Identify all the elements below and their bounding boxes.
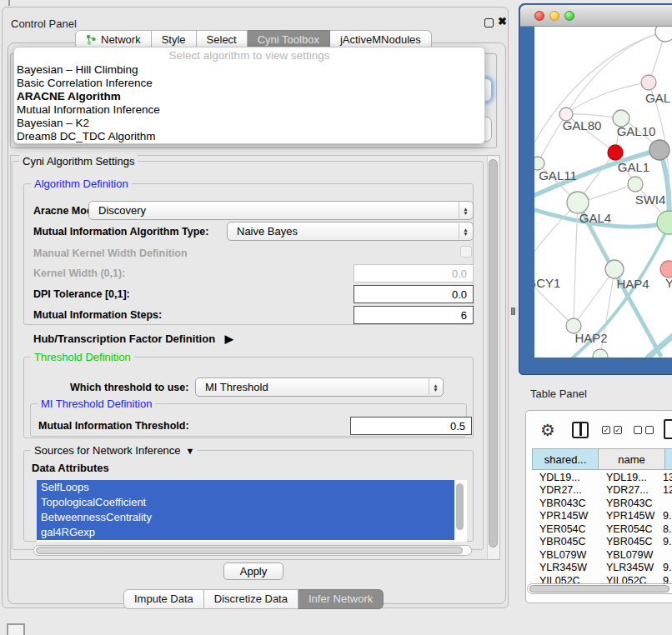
checked-checkbox-icon[interactable]: ✓ <box>602 426 610 434</box>
network-node[interactable] <box>649 140 669 160</box>
table-cell: 12 <box>655 484 672 496</box>
attribute-list-item[interactable]: SelfLoops <box>37 480 454 495</box>
close-traffic-light[interactable] <box>534 11 544 21</box>
tab-select-label: Select <box>207 33 237 46</box>
algorithm-option[interactable]: Bayesian – K2 <box>14 117 484 130</box>
network-view-window: GALGAL80GAL10GAL1GAL11GAL4SWI4GCY1HAP4YH… <box>519 3 672 375</box>
table-row[interactable]: YBL079WYBL079W <box>532 548 672 562</box>
attributes-scrollbar-thumb[interactable] <box>456 483 464 530</box>
mi-steps-field[interactable]: 6 <box>354 306 474 324</box>
network-node[interactable] <box>593 349 608 358</box>
minimized-panel-icon[interactable] <box>7 623 25 635</box>
tab-style-label: Style <box>162 33 186 46</box>
algorithm-dropdown-popup: Select algorithm to view settings Bayesi… <box>13 47 485 144</box>
attribute-list-item[interactable]: gal4RGexp <box>37 525 454 540</box>
algorithm-option[interactable]: Bayesian – Hill Climbing <box>14 63 484 77</box>
settings-horizontal-scrollbar[interactable] <box>33 545 472 556</box>
window-edge-stub <box>8 0 10 6</box>
table-row[interactable]: YER054CYER054C8. <box>532 522 672 536</box>
network-node-label: Y <box>665 276 672 290</box>
network-node[interactable] <box>605 260 624 278</box>
table-horizontal-scrollbar-thumb[interactable] <box>529 585 669 592</box>
mi-type-combobox[interactable]: Naive Bayes ▲▼ <box>227 222 474 241</box>
stepper-arrows-icon: ▲▼ <box>459 202 472 218</box>
network-node-label: SWI4 <box>635 192 666 207</box>
attribute-list-item[interactable]: BetweennessCentrality <box>37 510 454 525</box>
table-cell: YBR045C <box>599 536 655 548</box>
table-horizontal-scrollbar[interactable] <box>527 583 672 594</box>
network-node[interactable] <box>657 211 672 234</box>
network-node-label: GAL4 <box>579 211 611 225</box>
splitpane-divider-grip[interactable] <box>511 308 515 315</box>
unchecked-checkbox-icon[interactable] <box>634 426 642 434</box>
table-column-header[interactable] <box>665 448 672 470</box>
gear-icon[interactable]: ⚙ <box>540 420 555 440</box>
table-cell: YPR145W <box>532 510 599 522</box>
network-node[interactable] <box>608 145 623 160</box>
network-window-titlebar[interactable] <box>520 5 672 27</box>
tab-discretize-data-label: Discretize Data <box>214 592 288 605</box>
table-cell: YBR043C <box>532 498 599 509</box>
collapsed-arrow-icon: ▶ <box>225 332 233 345</box>
mi-type-value: Naive Bayes <box>237 225 298 238</box>
table-cell: YDL19... <box>532 472 599 483</box>
table-row[interactable]: YLR345WYLR345W9. <box>532 562 672 575</box>
attribute-list-item[interactable]: TopologicalCoefficient <box>37 495 454 510</box>
settings-vertical-scrollbar-thumb[interactable] <box>489 159 498 548</box>
table-row[interactable]: YDL19...YDL19...13 <box>532 471 672 484</box>
algorithm-option[interactable]: Basic Correlation Inference <box>14 77 484 90</box>
network-node[interactable] <box>641 75 656 90</box>
algorithm-option[interactable]: Mutual Information Inference <box>14 103 484 117</box>
algorithm-option[interactable]: ARACNE Algorithm <box>14 90 484 103</box>
mi-type-label: Mutual Information Algorithm Type: <box>33 226 208 238</box>
table-row[interactable]: YBR043CYBR043C <box>532 497 672 510</box>
float-window-icon[interactable] <box>484 18 494 28</box>
document-icon[interactable] <box>664 419 672 439</box>
table-row[interactable]: YPR145WYPR145W9. <box>532 510 672 523</box>
cyni-algorithm-settings-title: Cyni Algorithm Settings <box>19 155 138 168</box>
tab-jactivemnodules-label: jActiveMNodules <box>340 33 421 46</box>
table-panel-title: Table Panel <box>530 388 587 400</box>
network-edge[interactable] <box>574 269 614 326</box>
split-columns-icon[interactable] <box>572 422 589 438</box>
tab-infer-network[interactable]: Infer Network <box>298 589 384 609</box>
table-column-header[interactable]: shared... <box>532 448 599 470</box>
which-threshold-combobox[interactable]: MI Threshold ▲▼ <box>195 378 444 397</box>
network-canvas[interactable]: GALGAL80GAL10GAL1GAL11GAL4SWI4GCY1HAP4YH… <box>534 27 672 358</box>
minimize-traffic-light[interactable] <box>549 11 559 21</box>
close-panel-icon[interactable]: ✖ <box>498 15 507 28</box>
table-row[interactable]: YDR27...YDR27...12 <box>532 484 672 498</box>
network-edge[interactable] <box>566 82 649 114</box>
apply-button[interactable]: Apply <box>223 562 283 580</box>
unchecked-checkbox-icon[interactable] <box>645 426 654 434</box>
network-node[interactable] <box>655 27 672 42</box>
table-cell: YBR043C <box>599 498 655 509</box>
which-threshold-label: Which threshold to use: <box>70 382 188 393</box>
sources-group-header[interactable]: Sources for Network Inference ▼ <box>31 444 198 457</box>
algorithm-option[interactable]: Dream8 DC_TDC Algorithm <box>14 130 484 143</box>
checked-checkbox-icon[interactable]: ✓ <box>614 426 622 434</box>
network-graph: GALGAL80GAL10GAL1GAL11GAL4SWI4GCY1HAP4YH… <box>534 27 672 358</box>
settings-horizontal-scrollbar-thumb[interactable] <box>36 547 463 554</box>
network-node[interactable] <box>660 261 672 278</box>
table-cell: YPR145W <box>599 510 655 522</box>
table-cell: YDR27... <box>532 484 599 496</box>
tab-network-label: Network <box>101 33 141 46</box>
table-column-header[interactable]: name <box>599 448 665 470</box>
network-node-label: GAL11 <box>539 168 577 182</box>
table-row[interactable]: YBR045CYBR045C9. <box>532 536 672 549</box>
table-cell: YDL19... <box>599 472 655 483</box>
tab-discretize-data[interactable]: Discretize Data <box>204 589 298 609</box>
hub-definition-expander[interactable]: Hub/Transcription Factor Definition ▶ <box>33 332 233 345</box>
tab-impute-data[interactable]: Impute Data <box>123 589 204 609</box>
aracne-mode-combobox[interactable]: Discovery ▲▼ <box>88 201 474 220</box>
mi-threshold-field[interactable]: 0.5 <box>350 417 472 435</box>
dpi-tolerance-field[interactable]: 0.0 <box>354 285 474 303</box>
zoom-traffic-light[interactable] <box>564 11 574 21</box>
network-node-label: GAL80 <box>563 118 602 132</box>
table-cell: YBR045C <box>532 536 599 548</box>
network-node-label: GAL1 <box>618 160 649 174</box>
stepper-arrows-icon: ▲▼ <box>459 223 472 239</box>
table-cell: YLR345W <box>532 562 599 573</box>
network-node[interactable] <box>628 177 643 192</box>
